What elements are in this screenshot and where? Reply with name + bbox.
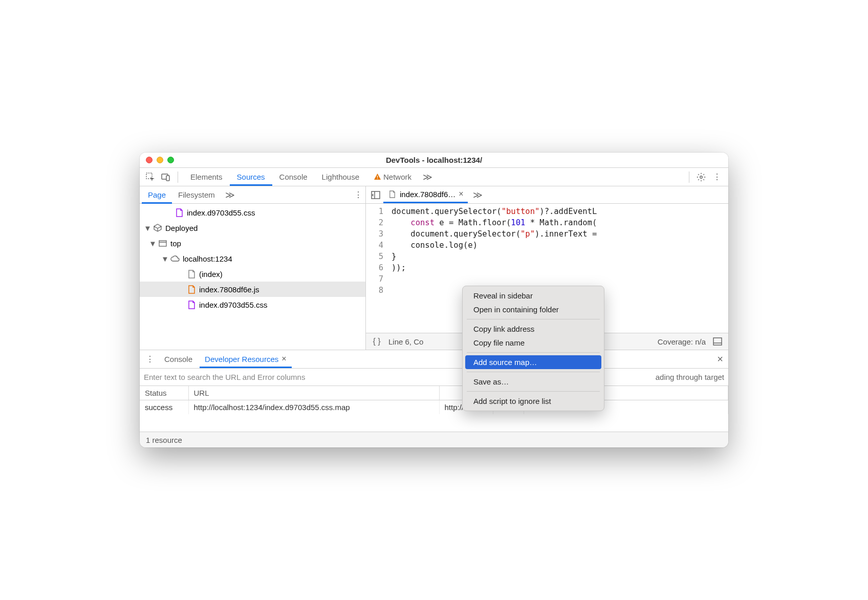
toolbar-divider bbox=[689, 172, 689, 183]
close-drawer-tab-icon[interactable]: × bbox=[281, 354, 286, 363]
editor-tab-file[interactable]: index.7808df6… × bbox=[383, 186, 468, 203]
drawer-tab-dev-resources[interactable]: Developer Resources × bbox=[200, 351, 292, 368]
svg-rect-3 bbox=[377, 176, 378, 178]
navigator-tab-page[interactable]: Page bbox=[142, 187, 172, 204]
context-menu: Reveal in sidebar Open in containing fol… bbox=[462, 286, 604, 411]
tab-elements[interactable]: Elements bbox=[183, 169, 230, 186]
cm-copy-link-address[interactable]: Copy link address bbox=[465, 322, 601, 336]
tab-console[interactable]: Console bbox=[272, 169, 315, 186]
cm-add-to-ignore-list[interactable]: Add script to ignore list bbox=[465, 394, 601, 408]
tree-host-label: localhost:1234 bbox=[183, 254, 232, 263]
cm-reveal-in-sidebar[interactable]: Reveal in sidebar bbox=[465, 289, 601, 303]
tree-top[interactable]: ▼ top bbox=[140, 235, 365, 251]
disclosure-triangle-icon: ▼ bbox=[149, 239, 155, 248]
tree-index-label: (index) bbox=[199, 270, 223, 278]
tree-js-file[interactable]: index.7808df6e.js bbox=[140, 282, 365, 297]
tree-top-label: top bbox=[170, 239, 181, 248]
cm-copy-file-name[interactable]: Copy file name bbox=[465, 336, 601, 350]
line-gutter: 12345678 bbox=[366, 204, 388, 333]
toggle-debugger-icon[interactable] bbox=[711, 335, 724, 348]
disclosure-triangle-icon: ▼ bbox=[161, 254, 167, 263]
cm-open-containing-folder[interactable]: Open in containing folder bbox=[465, 303, 601, 316]
cube-icon bbox=[153, 223, 162, 232]
menu-separator bbox=[467, 391, 600, 392]
file-tree: index.d9703d55.css ▼ Deployed ▼ top ▼ lo… bbox=[140, 204, 365, 350]
close-tab-icon[interactable]: × bbox=[459, 189, 463, 199]
window-title: DevTools - localhost:1234/ bbox=[140, 156, 728, 164]
sources-body: Page Filesystem ≫ ⋮ index.d9703d55.css ▼… bbox=[140, 186, 728, 350]
traffic-lights bbox=[146, 157, 174, 163]
col-status[interactable]: Status bbox=[140, 386, 188, 400]
menu-separator bbox=[467, 319, 600, 319]
svg-rect-4 bbox=[377, 178, 378, 179]
main-tabs: Elements Sources Console Lighthouse Netw… bbox=[183, 169, 684, 185]
menu-separator bbox=[467, 352, 600, 353]
svg-rect-2 bbox=[166, 176, 169, 181]
drawer-tabs: ⋮ Console Developer Resources × × bbox=[140, 350, 728, 369]
navigator-sidebar: Page Filesystem ≫ ⋮ index.d9703d55.css ▼… bbox=[140, 186, 366, 350]
stylesheet-icon bbox=[187, 300, 196, 309]
close-window-button[interactable] bbox=[146, 157, 153, 163]
device-toolbar-icon[interactable] bbox=[159, 170, 172, 184]
devtools-window: DevTools - localhost:1234/ Elements Sour… bbox=[140, 153, 728, 447]
drawer-tab-dev-resources-label: Developer Resources bbox=[205, 355, 278, 363]
tab-network-label: Network bbox=[383, 173, 411, 181]
tabs-overflow-icon[interactable]: ≫ bbox=[419, 172, 437, 183]
load-through-target-label: ading through target bbox=[656, 373, 724, 381]
tree-host[interactable]: ▼ localhost:1234 bbox=[140, 251, 365, 266]
resources-filter-row: ading through target bbox=[140, 369, 728, 386]
pretty-print-icon[interactable]: { } bbox=[370, 335, 383, 348]
editor-tabs-overflow-icon[interactable]: ≫ bbox=[469, 189, 487, 201]
cursor-position: Line 6, Co bbox=[388, 337, 423, 346]
tree-file-label: index.d9703d55.css bbox=[187, 208, 255, 217]
navigator-tabs: Page Filesystem ≫ ⋮ bbox=[140, 186, 365, 204]
script-icon bbox=[387, 189, 397, 199]
inspect-element-icon[interactable] bbox=[144, 170, 157, 184]
tab-sources[interactable]: Sources bbox=[230, 169, 272, 186]
svg-rect-6 bbox=[159, 241, 166, 246]
footer: 1 resource bbox=[140, 432, 728, 447]
cell-status: success bbox=[140, 400, 188, 415]
tree-css-file[interactable]: index.d9703d55.css bbox=[140, 297, 365, 312]
close-drawer-icon[interactable]: × bbox=[717, 353, 723, 365]
cell-url: http://localhost:1234/index.d9703d55.css… bbox=[188, 400, 439, 415]
document-icon bbox=[187, 269, 196, 278]
tree-js-label: index.7808df6e.js bbox=[199, 285, 259, 294]
editor-tab-label: index.7808df6… bbox=[400, 190, 455, 199]
toggle-navigator-icon[interactable] bbox=[369, 188, 382, 202]
main-toolbar: Elements Sources Console Lighthouse Netw… bbox=[140, 168, 728, 186]
tree-deployed-label: Deployed bbox=[165, 224, 198, 232]
table-row[interactable]: success http://localhost:1234/index.d970… bbox=[140, 400, 728, 415]
cm-add-source-map[interactable]: Add source map… bbox=[465, 355, 601, 369]
navigator-more-icon[interactable]: ⋮ bbox=[351, 190, 365, 200]
tree-deployed[interactable]: ▼ Deployed bbox=[140, 220, 365, 235]
navigator-tabs-overflow-icon[interactable]: ≫ bbox=[221, 189, 239, 201]
warning-icon bbox=[374, 173, 381, 181]
cloud-icon bbox=[170, 254, 180, 263]
menu-separator bbox=[467, 372, 600, 372]
coverage-label: Coverage: n/a bbox=[658, 337, 706, 346]
toolbar-divider bbox=[178, 172, 178, 183]
tab-network[interactable]: Network bbox=[366, 169, 419, 186]
script-icon bbox=[187, 285, 196, 294]
tab-lighthouse[interactable]: Lighthouse bbox=[315, 169, 366, 186]
resources-table: Status URL Error success http://localhos… bbox=[140, 386, 728, 432]
tree-css-label: index.d9703d55.css bbox=[199, 301, 267, 309]
tree-file-css[interactable]: index.d9703d55.css bbox=[140, 205, 365, 220]
zoom-window-button[interactable] bbox=[167, 157, 174, 163]
stylesheet-icon bbox=[175, 208, 184, 217]
more-options-icon[interactable]: ⋮ bbox=[710, 170, 724, 184]
drawer-tab-console[interactable]: Console bbox=[159, 352, 198, 368]
resource-count: 1 resource bbox=[146, 436, 182, 444]
frame-icon bbox=[158, 239, 167, 248]
tree-index-doc[interactable]: (index) bbox=[140, 266, 365, 282]
editor-tabs: index.7808df6… × ≫ bbox=[366, 186, 728, 204]
cm-save-as[interactable]: Save as… bbox=[465, 375, 601, 389]
titlebar: DevTools - localhost:1234/ bbox=[140, 153, 728, 168]
minimize-window-button[interactable] bbox=[157, 157, 163, 163]
navigator-tab-filesystem[interactable]: Filesystem bbox=[172, 187, 221, 204]
col-url[interactable]: URL bbox=[188, 386, 439, 400]
svg-rect-10 bbox=[713, 338, 722, 345]
settings-icon[interactable] bbox=[695, 170, 708, 184]
drawer-more-icon[interactable]: ⋮ bbox=[143, 354, 157, 364]
